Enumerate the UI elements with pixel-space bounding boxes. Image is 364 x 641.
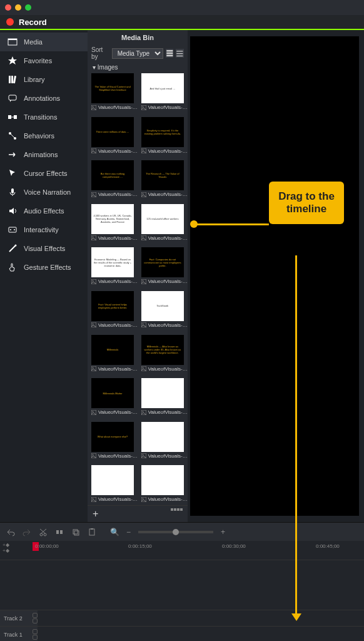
media-item[interactable]: ValueofVisuals-… bbox=[141, 378, 188, 418]
sidebar-item-transitions[interactable]: Transitions bbox=[0, 108, 88, 126]
callout-connector-line bbox=[194, 223, 269, 225]
image-icon bbox=[91, 453, 96, 458]
track-body[interactable] bbox=[38, 610, 364, 626]
media-thumbnail: The Value of Visual Content and Simplifi… bbox=[91, 73, 134, 103]
svg-rect-16 bbox=[166, 53, 173, 54]
track-lock-toggle[interactable] bbox=[33, 618, 38, 623]
record-label[interactable]: Record bbox=[19, 18, 47, 27]
media-item[interactable]: ValueofVisuals-… bbox=[141, 465, 188, 505]
svg-point-50 bbox=[93, 411, 94, 412]
media-item[interactable]: The Value of Visual Content and Simplifi… bbox=[91, 73, 138, 113]
sidebar-item-voice-narration[interactable]: Voice Narration bbox=[0, 183, 88, 202]
grid-view-button[interactable] bbox=[171, 508, 183, 520]
sidebar-item-animations[interactable]: Animations bbox=[0, 145, 88, 164]
callout-arrow-icon bbox=[291, 613, 301, 621]
category-images[interactable]: ▾ Images bbox=[88, 61, 188, 73]
svg-point-12 bbox=[10, 229, 11, 230]
paste-button[interactable] bbox=[88, 528, 96, 536]
add-marker-button-2[interactable]: +◆ bbox=[3, 548, 9, 553]
cursor-icon bbox=[8, 168, 18, 178]
add-marker-button[interactable]: +◆ bbox=[3, 542, 9, 548]
track-lock-toggle[interactable] bbox=[33, 635, 38, 640]
ruler-tick: 0:00:15;00 bbox=[128, 543, 152, 549]
sidebar-item-library[interactable]: Library bbox=[0, 70, 88, 89]
zoom-out-button[interactable]: 🔍 bbox=[110, 528, 119, 536]
track-2-header[interactable]: Track 2 bbox=[0, 610, 364, 626]
animations-icon bbox=[8, 150, 18, 160]
media-item[interactable]: TechSmithValueofVisuals-… bbox=[141, 291, 188, 331]
media-item-label: ValueofVisuals-… bbox=[148, 366, 188, 372]
media-icon bbox=[8, 37, 18, 47]
svg-rect-67 bbox=[89, 529, 94, 535]
copy-button[interactable] bbox=[71, 528, 80, 536]
cut-button[interactable] bbox=[39, 528, 48, 536]
sidebar-item-gesture-effects[interactable]: Gesture Effects bbox=[0, 258, 88, 277]
ruler-tick: 0:00:00;00 bbox=[35, 543, 59, 549]
media-item[interactable]: ValueofVisuals-… bbox=[91, 465, 138, 505]
media-item[interactable]: 4,500 workers in US, UK, Canada, Germany… bbox=[91, 204, 138, 244]
svg-rect-65 bbox=[73, 530, 78, 534]
image-icon bbox=[91, 497, 96, 502]
media-item-label: ValueofVisuals-… bbox=[98, 148, 138, 154]
svg-point-40 bbox=[143, 280, 144, 282]
media-item[interactable]: Millennials — Also known as workers unde… bbox=[141, 335, 188, 375]
media-item[interactable]: 125 real-world office workersValueofVisu… bbox=[141, 204, 188, 244]
add-media-button[interactable]: + bbox=[93, 508, 98, 520]
media-item[interactable]: MillennialsValueofVisuals-… bbox=[91, 335, 138, 375]
sidebar-item-visual-effects[interactable]: Visual Effects bbox=[0, 239, 88, 258]
sidebar-item-cursor-effects[interactable]: Cursor Effects bbox=[0, 164, 88, 183]
minimize-window-button[interactable] bbox=[15, 4, 21, 11]
track-visibility-toggle[interactable] bbox=[33, 629, 38, 634]
track-visibility-toggle[interactable] bbox=[33, 613, 38, 618]
image-icon bbox=[141, 235, 146, 240]
svg-rect-17 bbox=[166, 55, 173, 57]
media-item[interactable]: But there was nothing comprehensive …Val… bbox=[91, 160, 138, 200]
undo-button[interactable] bbox=[6, 528, 15, 536]
sidebar-item-favorites[interactable]: Favorites bbox=[0, 51, 88, 70]
maximize-window-button[interactable] bbox=[25, 4, 31, 11]
track-body[interactable] bbox=[38, 627, 364, 641]
redo-button[interactable] bbox=[23, 528, 31, 536]
image-icon bbox=[141, 366, 146, 371]
sidebar-item-behaviors[interactable]: Behaviors bbox=[0, 126, 88, 145]
media-item-label: ValueofVisuals-… bbox=[98, 409, 138, 415]
image-icon bbox=[91, 366, 96, 371]
sidebar-item-audio-effects[interactable]: Audio Effects bbox=[0, 202, 88, 220]
annotations-icon bbox=[8, 93, 18, 103]
track-1-header[interactable]: Track 1 bbox=[0, 626, 364, 641]
sidebar-item-label: Favorites bbox=[24, 57, 52, 64]
media-item-label: ValueofVisuals-… bbox=[98, 453, 138, 459]
sort-by-select[interactable]: Media Type bbox=[112, 48, 163, 59]
view-detail-button[interactable] bbox=[166, 49, 174, 58]
sidebar-item-media[interactable]: Media bbox=[0, 33, 88, 51]
window-titlebar bbox=[0, 0, 364, 15]
preview-canvas[interactable] bbox=[190, 36, 359, 516]
media-thumbnail bbox=[141, 465, 184, 495]
close-window-button[interactable] bbox=[5, 4, 11, 11]
media-item[interactable]: And that's just email …ValueofVisuals-… bbox=[141, 73, 188, 113]
media-item[interactable]: Economic Modeling — Based on the results… bbox=[91, 247, 138, 287]
split-button[interactable] bbox=[55, 528, 64, 536]
media-item[interactable]: Millennials MatterValueofVisuals-… bbox=[91, 378, 138, 418]
zoom-slider[interactable] bbox=[138, 531, 213, 533]
media-item[interactable]: What about everyone else?ValueofVisuals-… bbox=[91, 422, 138, 462]
timeline-track-area[interactable] bbox=[0, 560, 364, 610]
sidebar-item-label: Animations bbox=[24, 151, 58, 158]
media-item-label: ValueofVisuals-… bbox=[148, 409, 188, 415]
sidebar-item-interactivity[interactable]: Interactivity bbox=[0, 220, 88, 239]
image-icon bbox=[91, 148, 96, 153]
sidebar-item-annotations[interactable]: Annotations bbox=[0, 89, 88, 108]
svg-rect-15 bbox=[166, 50, 173, 52]
media-item[interactable]: There were millions of data …ValueofVisu… bbox=[91, 117, 138, 157]
view-list-button[interactable] bbox=[176, 49, 184, 58]
svg-point-58 bbox=[93, 498, 94, 500]
media-item[interactable]: ValueofVisuals-… bbox=[141, 422, 188, 462]
media-item-label: ValueofVisuals-… bbox=[148, 322, 188, 328]
media-item[interactable]: Fact: Visual content helps employees per… bbox=[91, 291, 138, 331]
timeline-ruler[interactable]: +◆ +◆ 0:00:00;00 0:00:15;00 0:00:30;00 0… bbox=[0, 541, 364, 560]
media-item[interactable]: Fact: Companies do not communicate as mo… bbox=[141, 247, 188, 287]
media-item[interactable]: Simplicity is required. It's the existin… bbox=[141, 117, 188, 157]
svg-point-48 bbox=[143, 367, 144, 369]
media-item[interactable]: The Research — The Value of VisualsValue… bbox=[141, 160, 188, 200]
record-icon[interactable] bbox=[6, 18, 14, 26]
